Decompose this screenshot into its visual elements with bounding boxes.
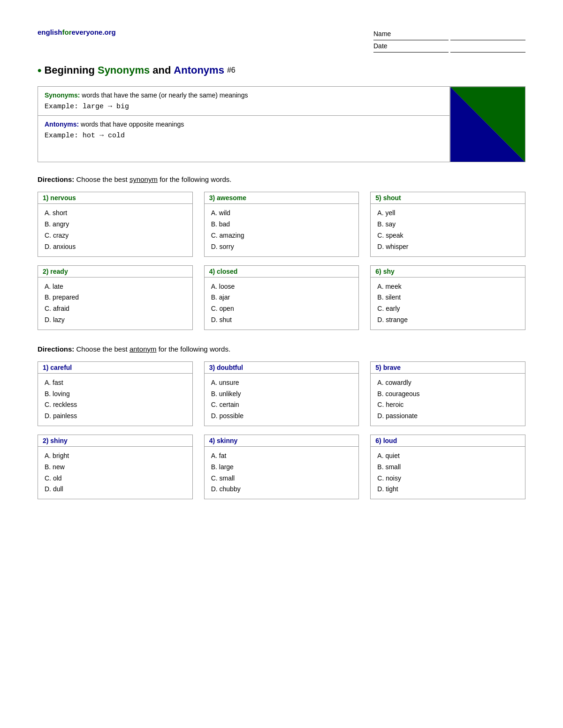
option: A. late bbox=[45, 281, 186, 293]
question-header: 6) loud bbox=[371, 435, 525, 447]
option: B. silent bbox=[377, 292, 518, 303]
option: D. sorry bbox=[211, 241, 352, 253]
option: C. small bbox=[211, 473, 352, 484]
option: C. old bbox=[45, 473, 186, 484]
option: D. dull bbox=[45, 484, 186, 495]
synonym-question-2: 2) readyA. lateB. preparedC. afraidD. la… bbox=[38, 265, 193, 330]
question-options: A. lateB. preparedC. afraidD. lazy bbox=[38, 278, 192, 330]
antonyms-text: words that have opposite meanings bbox=[79, 120, 184, 128]
option: C. amazing bbox=[211, 230, 352, 241]
question-options: A. cowardlyB. courageousC. heroicD. pass… bbox=[371, 374, 525, 426]
page-title: • Beginning Synonyms and Antonyms #6 bbox=[38, 64, 525, 77]
antonym-question-4: 4) skinnyA. fatB. largeC. smallD. chubby bbox=[204, 435, 359, 499]
option: B. unlikely bbox=[211, 389, 352, 400]
header: englishforeveryone.org Name Date bbox=[38, 28, 525, 53]
site-for: for bbox=[62, 28, 72, 36]
question-options: A. fatB. largeC. smallD. chubby bbox=[205, 447, 359, 499]
question-options: A. fastB. lovingC. recklessD. painless bbox=[38, 374, 192, 426]
option: A. loose bbox=[211, 281, 352, 293]
title-and: and bbox=[152, 64, 171, 76]
synonyms-example: Example: large → big bbox=[45, 103, 443, 111]
antonym-question-3: 3) doubtfulA. unsureB. unlikelyC. certai… bbox=[204, 361, 359, 426]
option: B. ajar bbox=[211, 292, 352, 303]
title-bullet: • bbox=[38, 64, 41, 77]
option: D. tight bbox=[377, 484, 518, 495]
question-header: 4) closed bbox=[205, 266, 359, 278]
name-date-block: Name Date bbox=[372, 28, 525, 53]
option: D. lazy bbox=[45, 315, 186, 326]
antonym-link: antonym bbox=[129, 345, 157, 353]
option: C. open bbox=[211, 303, 352, 315]
question-header: 3) awesome bbox=[205, 192, 359, 204]
antonym-question-5: 5) braveA. cowardlyB. courageousC. heroi… bbox=[370, 361, 525, 426]
antonym-question-2: 2) shinyA. brightB. newC. oldD. dull bbox=[38, 435, 193, 499]
title-synonyms: Synonyms bbox=[98, 64, 150, 76]
question-header: 6) shy bbox=[371, 266, 525, 278]
antonym-directions: Directions: Choose the best antonym for … bbox=[38, 345, 525, 353]
question-options: A. quietB. smallC. noisyD. tight bbox=[371, 447, 525, 499]
question-header: 5) shout bbox=[371, 192, 525, 204]
synonyms-label: Synonyms: bbox=[45, 91, 80, 99]
option: C. afraid bbox=[45, 303, 186, 315]
definition-box: Synonyms: words that have the same (or n… bbox=[38, 86, 525, 162]
site-everyone: everyone.org bbox=[72, 28, 116, 36]
option: D. shut bbox=[211, 315, 352, 326]
option: B. bad bbox=[211, 219, 352, 230]
question-header: 1) careful bbox=[38, 362, 192, 374]
option: A. wild bbox=[211, 208, 352, 219]
option: A. fat bbox=[211, 450, 352, 462]
synonym-question-4: 4) closedA. looseB. ajarC. openD. shut bbox=[204, 265, 359, 330]
question-header: 5) brave bbox=[371, 362, 525, 374]
question-header: 2) ready bbox=[38, 266, 192, 278]
option: C. heroic bbox=[377, 399, 518, 411]
option: C. early bbox=[377, 303, 518, 315]
option: B. angry bbox=[45, 219, 186, 230]
synonym-link: synonym bbox=[129, 175, 158, 183]
option: A. fast bbox=[45, 377, 186, 389]
antonym-directions-label: Directions: bbox=[38, 345, 74, 353]
option: B. courageous bbox=[377, 389, 518, 400]
title-beginning: Beginning bbox=[44, 64, 95, 76]
option: B. prepared bbox=[45, 292, 186, 303]
question-header: 3) doubtful bbox=[205, 362, 359, 374]
synonym-directions: Directions: Choose the best synonym for … bbox=[38, 175, 525, 183]
synonyms-text: words that have the same (or nearly the … bbox=[80, 91, 248, 99]
option: A. cowardly bbox=[377, 377, 518, 389]
option: D. chubby bbox=[211, 484, 352, 495]
antonym-questions-grid: 1) carefulA. fastB. lovingC. recklessD. … bbox=[38, 361, 525, 499]
option: B. large bbox=[211, 462, 352, 473]
option: B. loving bbox=[45, 389, 186, 400]
option: A. unsure bbox=[211, 377, 352, 389]
antonyms-label: Antonyms: bbox=[45, 120, 79, 128]
question-header: 1) nervous bbox=[38, 192, 192, 204]
title-number: #6 bbox=[227, 66, 236, 75]
synonym-question-5: 5) shoutA. yellB. sayC. speakD. whisper bbox=[370, 192, 525, 256]
option: B. say bbox=[377, 219, 518, 230]
synonym-questions-grid: 1) nervousA. shortB. angryC. crazyD. anx… bbox=[38, 192, 525, 330]
name-label: Name bbox=[373, 28, 449, 40]
question-options: A. meekB. silentC. earlyD. strange bbox=[371, 278, 525, 330]
synonyms-definition: Synonyms: words that have the same (or n… bbox=[38, 87, 449, 115]
question-options: A. shortB. angryC. crazyD. anxious bbox=[38, 204, 192, 256]
question-header: 2) shiny bbox=[38, 435, 192, 447]
option: D. passionate bbox=[377, 411, 518, 422]
option: D. painless bbox=[45, 411, 186, 422]
question-options: A. wildB. badC. amazingD. sorry bbox=[205, 204, 359, 256]
option: A. short bbox=[45, 208, 186, 219]
question-options: A. brightB. newC. oldD. dull bbox=[38, 447, 192, 499]
antonym-question-6: 6) loudA. quietB. smallC. noisyD. tight bbox=[370, 435, 525, 499]
option: D. strange bbox=[377, 315, 518, 326]
antonyms-example: Example: hot → cold bbox=[45, 132, 443, 140]
option: A. bright bbox=[45, 450, 186, 462]
synonym-question-6: 6) shyA. meekB. silentC. earlyD. strange bbox=[370, 265, 525, 330]
option: C. certain bbox=[211, 399, 352, 411]
question-header: 4) skinny bbox=[205, 435, 359, 447]
option: D. whisper bbox=[377, 241, 518, 253]
color-triangle bbox=[450, 87, 525, 162]
date-label: Date bbox=[373, 40, 449, 53]
question-options: A. yellB. sayC. speakD. whisper bbox=[371, 204, 525, 256]
option: C. crazy bbox=[45, 230, 186, 241]
question-options: A. looseB. ajarC. openD. shut bbox=[205, 278, 359, 330]
option: B. new bbox=[45, 462, 186, 473]
synonym-question-3: 3) awesomeA. wildB. badC. amazingD. sorr… bbox=[204, 192, 359, 256]
